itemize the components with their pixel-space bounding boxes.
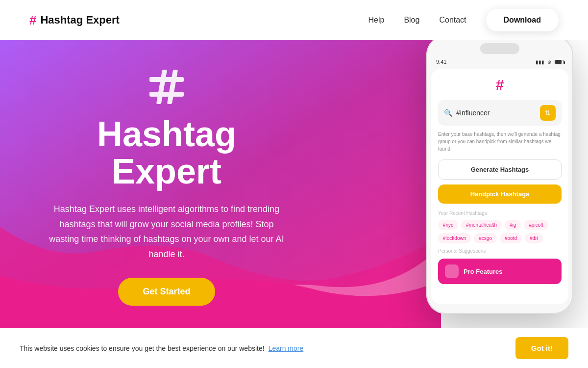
search-bar[interactable]: 🔍 #influencer ⇅: [438, 100, 562, 126]
recent-hashtags-row-2: #lockdown #csgo #ootd #tbt: [438, 233, 562, 243]
pro-icon: [445, 264, 459, 278]
app-hash-icon: #: [496, 77, 504, 93]
hashtag-chip-tbt[interactable]: #tbt: [525, 233, 543, 243]
nav-contact[interactable]: Contact: [439, 16, 466, 25]
cookie-learn-more-link[interactable]: Learn more: [269, 344, 304, 352]
wifi-icon: ⊜: [547, 59, 551, 65]
hero-cta-button[interactable]: Get Started: [118, 278, 215, 306]
nav-blog[interactable]: Blog: [404, 16, 419, 25]
hero-section: Hashtag Expert Hashtag Expert uses intel…: [0, 40, 588, 359]
hashtag-chip-ig[interactable]: #ig: [505, 220, 521, 230]
battery-icon: [555, 60, 564, 64]
logo: # Hashtag Expert: [29, 13, 120, 28]
nav-links: Help Blog Contact Download: [368, 9, 559, 31]
hashtag-chip-lockdown[interactable]: #lockdown: [438, 233, 471, 243]
generate-hashtags-button[interactable]: Generate Hashtags: [438, 159, 562, 180]
hashtag-chip-csgo[interactable]: #csgo: [474, 233, 497, 243]
personal-suggestions-label: Personal Suggestions: [438, 248, 562, 254]
nav-help[interactable]: Help: [368, 16, 384, 25]
logo-hash-icon: #: [29, 13, 36, 28]
phone-mockup: 9:41 ▮▮▮ ⊜ # 🔍 #influencer ⇅: [426, 40, 578, 314]
phone-screen: # 🔍 #influencer ⇅ Enter your base hashta…: [431, 69, 568, 304]
pro-features-banner[interactable]: Pro Features: [438, 259, 562, 284]
hashtag-chip-mentalhealth[interactable]: #mentalhealth: [461, 220, 502, 230]
handpick-hashtags-button[interactable]: Handpick Hashtags: [438, 184, 562, 204]
hashtag-chip-ootd[interactable]: #ootd: [500, 233, 522, 243]
status-icons: ▮▮▮ ⊜: [536, 59, 564, 65]
phone-status-bar: 9:41 ▮▮▮ ⊜: [431, 59, 568, 69]
app-logo: #: [438, 77, 562, 93]
recent-hashtags-label: Your Recent Hashtags: [438, 210, 562, 216]
search-input[interactable]: #influencer: [456, 109, 536, 117]
navbar: # Hashtag Expert Help Blog Contact Downl…: [0, 0, 588, 40]
search-hint: Enter your base hashtags, then we'll gen…: [438, 131, 562, 153]
phone-frame: 9:41 ▮▮▮ ⊜ # 🔍 #influencer ⇅: [426, 40, 573, 314]
download-button[interactable]: Download: [486, 9, 559, 31]
signal-icon: ▮▮▮: [536, 59, 544, 65]
cookie-banner: This website uses cookies to ensure you …: [0, 328, 588, 368]
hashtag-chip-picoft[interactable]: #picoft: [524, 220, 548, 230]
hashtag-chip-nyc[interactable]: #nyc: [438, 220, 458, 230]
filter-button[interactable]: ⇅: [540, 105, 556, 121]
pro-features-label: Pro Features: [464, 268, 502, 275]
recent-hashtags-row-1: #nyc #mentalhealth #ig #picoft: [438, 220, 562, 230]
logo-text: Hashtag Expert: [40, 14, 119, 26]
hero-hash-icon: [39, 70, 294, 111]
cookie-accept-button[interactable]: Got it!: [515, 337, 568, 359]
hero-description: Hashtag Expert uses intelligent algorith…: [49, 202, 284, 262]
hero-title: Hashtag Expert: [39, 116, 294, 190]
phone-notch: [480, 43, 519, 54]
search-icon: 🔍: [444, 109, 452, 117]
hero-content: Hashtag Expert Hashtag Expert uses intel…: [39, 70, 294, 306]
status-time: 9:41: [436, 59, 446, 65]
cookie-message: This website uses cookies to ensure you …: [20, 344, 265, 352]
